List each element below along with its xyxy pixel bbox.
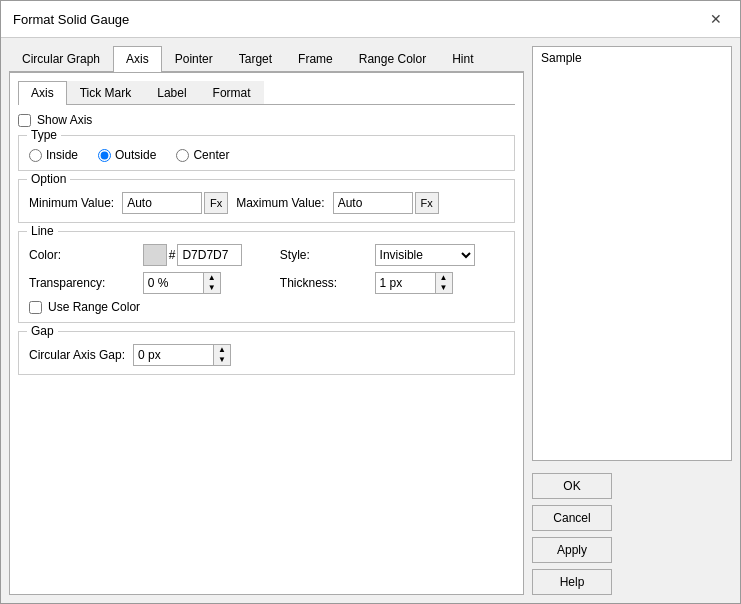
left-panel: Circular Graph Axis Pointer Target Frame bbox=[9, 46, 524, 595]
color-hex-input[interactable] bbox=[177, 244, 242, 266]
close-button[interactable]: ✕ bbox=[704, 9, 728, 29]
type-center-radio[interactable] bbox=[176, 149, 189, 162]
cancel-button[interactable]: Cancel bbox=[532, 505, 612, 531]
tab-axis[interactable]: Axis bbox=[113, 46, 162, 72]
style-select[interactable]: Invisible Solid Dash Dot bbox=[375, 244, 475, 266]
transparency-spinner: ▲ ▼ bbox=[143, 272, 272, 294]
color-input-group: # bbox=[143, 244, 272, 266]
thickness-spinner: ▲ ▼ bbox=[375, 272, 504, 294]
sample-label: Sample bbox=[533, 47, 731, 69]
gap-section: Gap Circular Axis Gap: ▲ ▼ bbox=[18, 331, 515, 375]
type-section: Type Inside Outside bbox=[18, 135, 515, 171]
tab-target[interactable]: Target bbox=[226, 46, 285, 71]
hash-symbol: # bbox=[169, 248, 176, 262]
axis-gap-label: Circular Axis Gap: bbox=[29, 348, 125, 362]
axis-gap-spinner: ▲ ▼ bbox=[133, 344, 231, 366]
tab-pointer[interactable]: Pointer bbox=[162, 46, 226, 71]
tab-frame[interactable]: Frame bbox=[285, 46, 346, 71]
max-value-input[interactable] bbox=[333, 192, 413, 214]
option-row: Minimum Value: Fx Maximum Value: Fx bbox=[29, 192, 504, 214]
show-axis-checkbox[interactable] bbox=[18, 114, 31, 127]
axis-gap-spin-down[interactable]: ▼ bbox=[214, 355, 230, 365]
option-section-label: Option bbox=[27, 172, 70, 186]
type-center-option: Center bbox=[176, 148, 229, 162]
axis-gap-spin-up[interactable]: ▲ bbox=[214, 345, 230, 355]
show-axis-row: Show Axis bbox=[18, 113, 515, 127]
color-label: Color: bbox=[29, 248, 135, 262]
dialog-title: Format Solid Gauge bbox=[13, 12, 129, 27]
right-column: Sample OK Cancel Apply Help bbox=[532, 46, 732, 595]
use-range-color-row: Use Range Color bbox=[29, 300, 504, 314]
tab-hint[interactable]: Hint bbox=[439, 46, 486, 71]
transparency-spin-up[interactable]: ▲ bbox=[204, 273, 220, 283]
option-section: Option Minimum Value: Fx Maximum Value: … bbox=[18, 179, 515, 223]
sample-area: Sample bbox=[532, 46, 732, 461]
inner-tab-format[interactable]: Format bbox=[200, 81, 264, 104]
tab-range-color[interactable]: Range Color bbox=[346, 46, 439, 71]
max-value-label: Maximum Value: bbox=[236, 196, 324, 210]
thickness-spin-down[interactable]: ▼ bbox=[436, 283, 452, 293]
transparency-input[interactable] bbox=[143, 272, 203, 294]
min-value-group: Fx bbox=[122, 192, 228, 214]
tab-content-area: Axis Tick Mark Label Format bbox=[9, 72, 524, 595]
axis-gap-input[interactable] bbox=[133, 344, 213, 366]
type-outside-label: Outside bbox=[115, 148, 156, 162]
type-radio-group: Inside Outside Center bbox=[29, 148, 504, 162]
show-axis-label: Show Axis bbox=[37, 113, 92, 127]
inner-tab-bar: Axis Tick Mark Label Format bbox=[18, 81, 515, 105]
transparency-spin-down[interactable]: ▼ bbox=[204, 283, 220, 293]
main-content: Circular Graph Axis Pointer Target Frame bbox=[9, 46, 732, 595]
type-outside-radio[interactable] bbox=[98, 149, 111, 162]
help-button[interactable]: Help bbox=[532, 569, 612, 595]
transparency-label: Transparency: bbox=[29, 276, 135, 290]
type-inside-label: Inside bbox=[46, 148, 78, 162]
min-value-label: Minimum Value: bbox=[29, 196, 114, 210]
thickness-label: Thickness: bbox=[280, 276, 367, 290]
type-inside-radio[interactable] bbox=[29, 149, 42, 162]
type-outside-option: Outside bbox=[98, 148, 156, 162]
tab-circular-graph[interactable]: Circular Graph bbox=[9, 46, 113, 71]
thickness-spin-up[interactable]: ▲ bbox=[436, 273, 452, 283]
apply-button[interactable]: Apply bbox=[532, 537, 612, 563]
line-section: Line Color: # Style: Invisible bbox=[18, 231, 515, 323]
use-range-color-label: Use Range Color bbox=[48, 300, 140, 314]
thickness-spin-buttons: ▲ ▼ bbox=[435, 272, 453, 294]
transparency-spin-buttons: ▲ ▼ bbox=[203, 272, 221, 294]
type-center-label: Center bbox=[193, 148, 229, 162]
gap-section-label: Gap bbox=[27, 324, 58, 338]
max-value-group: Fx bbox=[333, 192, 439, 214]
thickness-input[interactable] bbox=[375, 272, 435, 294]
line-grid: Color: # Style: Invisible Solid Dash bbox=[29, 244, 504, 294]
ok-button[interactable]: OK bbox=[532, 473, 612, 499]
axis-gap-spin-buttons: ▲ ▼ bbox=[213, 344, 231, 366]
type-section-label: Type bbox=[27, 128, 61, 142]
inner-tab-tick-mark[interactable]: Tick Mark bbox=[67, 81, 145, 104]
min-value-input[interactable] bbox=[122, 192, 202, 214]
max-fx-button[interactable]: Fx bbox=[415, 192, 439, 214]
min-fx-button[interactable]: Fx bbox=[204, 192, 228, 214]
top-tab-bar: Circular Graph Axis Pointer Target Frame bbox=[9, 46, 524, 72]
type-inside-option: Inside bbox=[29, 148, 78, 162]
format-solid-gauge-dialog: Format Solid Gauge ✕ Circular Graph Axis… bbox=[0, 0, 741, 604]
style-label: Style: bbox=[280, 248, 367, 262]
color-swatch[interactable] bbox=[143, 244, 167, 266]
dialog-body: Circular Graph Axis Pointer Target Frame bbox=[1, 38, 740, 603]
use-range-color-checkbox[interactable] bbox=[29, 301, 42, 314]
title-bar: Format Solid Gauge ✕ bbox=[1, 1, 740, 38]
gap-row: Circular Axis Gap: ▲ ▼ bbox=[29, 344, 504, 366]
line-section-label: Line bbox=[27, 224, 58, 238]
action-buttons: OK Cancel Apply Help bbox=[532, 469, 732, 595]
inner-tab-axis[interactable]: Axis bbox=[18, 81, 67, 105]
inner-tab-label[interactable]: Label bbox=[144, 81, 199, 104]
